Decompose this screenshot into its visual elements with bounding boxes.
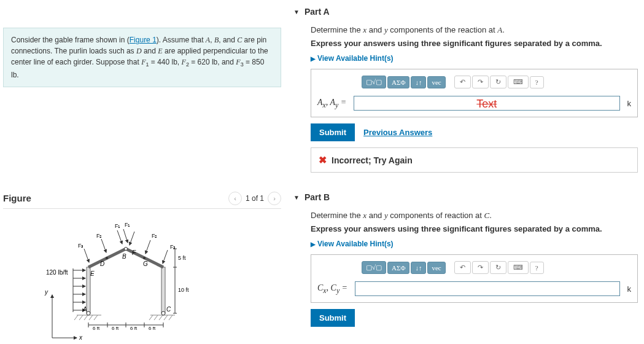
reset-button[interactable]: ↻ (490, 76, 506, 88)
subscript-button[interactable]: ↓↑ (411, 262, 426, 274)
svg-text:A: A (82, 306, 87, 313)
undo-button[interactable]: ↶ (454, 76, 471, 88)
part-a-submit-button[interactable]: Submit (311, 123, 355, 141)
keyboard-button[interactable]: ⌨ (508, 76, 529, 88)
svg-point-16 (87, 311, 90, 315)
redo-button[interactable]: ↷ (472, 76, 489, 88)
svg-text:10 ft: 10 ft (178, 287, 189, 293)
part-b-title: Part B (305, 192, 330, 202)
svg-line-30 (101, 239, 106, 252)
svg-line-5 (89, 315, 93, 320)
part-b-hints-toggle[interactable]: ▶View Available Hint(s) (311, 240, 638, 248)
figure-prev-button[interactable]: ‹ (228, 192, 242, 205)
svg-text:6 ft: 6 ft (149, 326, 156, 331)
svg-line-6 (94, 315, 98, 320)
figure-page-label: 1 of 1 (246, 194, 264, 203)
incorrect-x-icon: ✖ (319, 154, 327, 166)
templates-button[interactable]: ▢√▢ (362, 261, 386, 274)
svg-line-33 (84, 249, 89, 262)
part-a-hints-toggle[interactable]: ▶View Available Hint(s) (311, 54, 638, 63)
vec-button[interactable]: vec (427, 262, 445, 274)
part-a-feedback-text: Incorrect; Try Again (332, 155, 413, 165)
svg-text:5 ft: 5 ft (178, 255, 186, 261)
part-a-var-label: Ax, Ay = (317, 98, 349, 109)
part-b-unit: k (625, 284, 632, 294)
svg-text:B: B (122, 253, 126, 260)
svg-line-2 (74, 315, 78, 320)
part-a-instruction: Express your answers using three signifi… (311, 39, 638, 48)
svg-text:F₂: F₂ (152, 233, 158, 239)
dist-load-label: 120 lb/ft (46, 269, 68, 276)
svg-line-32 (145, 240, 150, 254)
answer-toolbar: ▢√▢ ΑΣΦ ↓↑ vec ↶ ↷ ↻ ⌨ ? (317, 76, 631, 88)
svg-line-28 (117, 230, 122, 244)
redo-button[interactable]: ↷ (472, 261, 489, 274)
svg-text:6 ft: 6 ft (93, 326, 100, 331)
triangle-right-icon: ▶ (311, 241, 316, 248)
svg-line-4 (84, 315, 88, 320)
part-a-answer-input[interactable]: Text (354, 96, 619, 111)
part-a-previous-answers-link[interactable]: Previous Answers (363, 128, 432, 137)
svg-point-19 (106, 257, 108, 259)
svg-text:C: C (166, 306, 171, 313)
svg-point-17 (161, 311, 165, 315)
part-b-var-label: Cx, Cy = (317, 283, 350, 295)
svg-text:F₁: F₁ (125, 222, 131, 228)
part-a-unit: k (625, 99, 632, 108)
caret-down-icon: ▼ (293, 9, 300, 15)
svg-text:6 ft: 6 ft (130, 326, 138, 331)
part-b-answer-input[interactable] (355, 281, 619, 296)
figure-link[interactable]: Figure 1 (130, 36, 157, 44)
svg-text:E: E (90, 270, 95, 277)
svg-text:F: F (132, 249, 136, 256)
svg-line-34 (163, 250, 168, 264)
figure-pager: ‹ 1 of 1 › (228, 192, 281, 205)
part-b-instruction: Express your answers using three signifi… (311, 224, 638, 233)
part-a-title: Part A (305, 7, 330, 17)
svg-line-11 (169, 315, 173, 320)
figure-diagram: 120 lb/ft F₃F₃ F₂F₂ F₁F₁ A C B D E F G 5… (3, 218, 281, 341)
greek-button[interactable]: ΑΣΦ (387, 76, 409, 88)
svg-line-10 (164, 315, 168, 320)
caret-down-icon: ▼ (293, 194, 300, 201)
svg-text:F₃: F₃ (78, 243, 84, 249)
reset-button[interactable]: ↻ (490, 261, 506, 274)
svg-line-31 (130, 232, 134, 245)
svg-line-29 (123, 229, 128, 243)
figure-title: Figure (3, 193, 228, 203)
greek-button[interactable]: ΑΣΦ (387, 262, 409, 274)
answer-toolbar: ▢√▢ ΑΣΦ ↓↑ vec ↶ ↷ ↻ ⌨ ? (317, 261, 631, 274)
help-button[interactable]: ? (530, 262, 544, 274)
part-b-submit-button[interactable]: Submit (311, 309, 355, 327)
vec-button[interactable]: vec (427, 76, 445, 88)
svg-text:x: x (79, 334, 83, 341)
undo-button[interactable]: ↶ (454, 261, 471, 274)
part-b-question: Determine the x and y components of reac… (311, 211, 638, 221)
svg-text:D: D (100, 260, 104, 267)
part-a-answer-box: ▢√▢ ΑΣΦ ↓↑ vec ↶ ↷ ↻ ⌨ ? Ax, Ay = Text k (311, 69, 638, 117)
svg-rect-13 (161, 267, 165, 313)
svg-point-20 (143, 257, 145, 259)
subscript-button[interactable]: ↓↑ (411, 76, 426, 88)
part-b-header[interactable]: ▼ Part B (293, 189, 638, 206)
part-a-question: Determine the x and y components of the … (311, 25, 638, 35)
svg-text:y: y (44, 289, 48, 295)
figure-header: Figure ‹ 1 of 1 › (3, 189, 281, 209)
svg-line-8 (154, 315, 158, 320)
svg-line-3 (79, 315, 83, 320)
svg-text:6 ft: 6 ft (112, 326, 119, 331)
figure-next-button[interactable]: › (268, 192, 281, 205)
part-a-feedback: ✖ Incorrect; Try Again (311, 147, 638, 173)
keyboard-button[interactable]: ⌨ (508, 261, 529, 274)
svg-text:G: G (143, 260, 148, 267)
svg-line-7 (149, 315, 153, 320)
svg-line-9 (159, 315, 163, 320)
svg-text:F₂: F₂ (96, 233, 103, 239)
templates-button[interactable]: ▢√▢ (362, 76, 386, 88)
part-a-header[interactable]: ▼ Part A (293, 3, 638, 20)
help-button[interactable]: ? (530, 76, 544, 88)
part-b-answer-box: ▢√▢ ΑΣΦ ↓↑ vec ↶ ↷ ↻ ⌨ ? Cx, Cy = k (311, 254, 638, 303)
svg-text:F₁: F₁ (115, 223, 121, 229)
triangle-right-icon: ▶ (311, 55, 316, 62)
svg-point-18 (125, 247, 128, 250)
